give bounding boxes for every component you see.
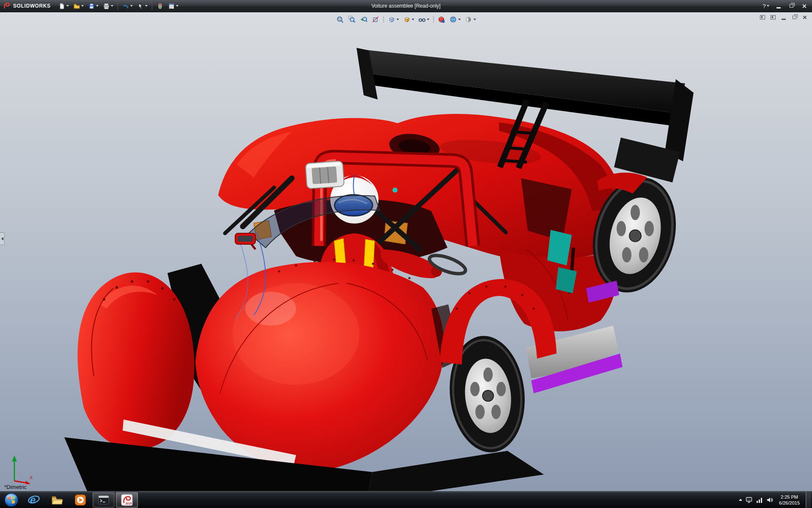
taskbar-clock[interactable]: 2:25 PM 6/26/2015 xyxy=(776,494,802,506)
close-icon xyxy=(803,15,807,19)
window-title: Voiture assemblee [Read-only] xyxy=(371,3,440,9)
brand-name: SOLIDWORKS xyxy=(13,3,51,9)
display-style-button[interactable] xyxy=(402,14,416,25)
close-icon xyxy=(802,4,807,8)
open-document-button[interactable] xyxy=(71,1,85,11)
print-button[interactable] xyxy=(101,1,115,11)
solidworks-logo-icon xyxy=(3,2,11,10)
y-axis-arrow xyxy=(12,456,17,461)
undo-icon xyxy=(122,3,129,10)
dropdown-caret xyxy=(66,5,69,7)
tray-expand-button[interactable] xyxy=(739,499,742,501)
network-icon xyxy=(756,497,763,503)
taskbar-solidworks[interactable]: 2015 xyxy=(116,492,138,508)
system-tray: 2:25 PM 6/26/2015 xyxy=(739,491,812,508)
graphics-area[interactable]: X *Dimetric xyxy=(0,12,812,491)
view-orientation-label: *Dimetric xyxy=(4,484,27,490)
dropdown-caret xyxy=(474,19,476,20)
file-properties-button[interactable] xyxy=(166,1,180,11)
select-button[interactable] xyxy=(135,1,149,11)
solidworks-window: SOLIDWORKS xyxy=(0,0,812,508)
new-document-button[interactable] xyxy=(57,1,71,11)
section-view-button[interactable] xyxy=(370,14,381,25)
pane-split-button[interactable] xyxy=(759,14,766,21)
window-controls: ? xyxy=(760,2,809,10)
tray-display-icon[interactable] xyxy=(746,497,753,503)
zoom-to-fit-button[interactable] xyxy=(335,14,346,25)
toolbar-separator xyxy=(433,16,434,23)
tray-volume-icon[interactable] xyxy=(766,497,773,503)
edit-appearance-icon xyxy=(438,16,446,23)
minimize-button[interactable] xyxy=(773,2,784,10)
print-icon xyxy=(103,3,110,10)
document-close-button[interactable] xyxy=(801,14,809,21)
view-settings-button[interactable] xyxy=(464,14,477,25)
command-prompt-icon xyxy=(98,494,110,506)
taskbar-media-player[interactable] xyxy=(69,492,91,508)
dropdown-caret xyxy=(412,19,414,20)
taskbar-internet-explorer[interactable]: e xyxy=(23,492,45,508)
view-orientation-button[interactable] xyxy=(387,14,401,25)
speaker-icon xyxy=(766,497,773,503)
document-minimize-button[interactable] xyxy=(780,14,787,21)
pane-expand-button[interactable] xyxy=(769,14,777,21)
save-icon xyxy=(88,3,95,10)
feature-pane-toggle[interactable] xyxy=(0,232,5,245)
dropdown-caret xyxy=(176,5,178,7)
minimize-icon xyxy=(782,19,786,20)
zoom-to-fit-icon xyxy=(336,16,344,23)
folder-icon xyxy=(51,494,63,506)
previous-view-icon xyxy=(360,16,368,23)
document-restore-button[interactable] xyxy=(790,14,798,21)
view-settings-icon xyxy=(465,16,473,23)
rebuild-button[interactable] xyxy=(155,1,165,11)
tray-network-icon[interactable] xyxy=(756,497,763,503)
start-button[interactable] xyxy=(0,491,23,508)
dropdown-caret xyxy=(111,5,113,7)
x-axis-label: X xyxy=(30,475,33,480)
view-orientation-icon xyxy=(388,16,396,23)
previous-view-button[interactable] xyxy=(359,14,369,25)
dropdown-caret xyxy=(767,5,769,7)
taskbar-apps: e xyxy=(23,491,138,508)
taskbar-windows-explorer[interactable] xyxy=(46,492,68,508)
save-button[interactable] xyxy=(86,1,100,11)
taskbar-command-prompt[interactable] xyxy=(93,492,115,508)
help-button[interactable]: ? xyxy=(760,2,771,10)
solidworks-version-badge: 2015 xyxy=(125,502,132,505)
new-document-icon xyxy=(58,3,66,10)
toolbar-separator xyxy=(118,2,118,10)
file-properties-icon xyxy=(168,3,175,10)
pane-split-icon xyxy=(760,15,765,19)
chevron-up-icon xyxy=(739,499,742,501)
zoom-to-area-button[interactable] xyxy=(347,14,357,25)
open-folder-icon xyxy=(73,3,80,10)
taskbar: e xyxy=(0,491,812,508)
apply-scene-button[interactable] xyxy=(448,14,462,25)
show-desktop-button[interactable] xyxy=(806,491,811,508)
media-player-icon xyxy=(74,494,86,506)
rebuild-icon xyxy=(156,3,164,10)
dropdown-caret xyxy=(96,5,99,7)
dropdown-caret xyxy=(81,5,84,7)
3d-scene[interactable] xyxy=(0,12,812,491)
main-toolbar xyxy=(57,1,180,11)
heads-up-view-toolbar xyxy=(332,14,480,25)
dropdown-caret xyxy=(130,5,133,7)
apply-scene-icon xyxy=(450,16,458,23)
tray-date: 6/26/2015 xyxy=(779,500,800,506)
undo-button[interactable] xyxy=(121,1,134,11)
intake-scoop xyxy=(305,161,344,189)
dropdown-caret xyxy=(458,19,461,20)
restore-button[interactable] xyxy=(786,2,797,10)
close-button[interactable] xyxy=(798,2,809,10)
restore-icon xyxy=(793,16,796,19)
hide-show-items-icon xyxy=(418,16,426,23)
pane-expand-icon xyxy=(771,15,776,19)
help-glyph: ? xyxy=(763,3,765,9)
hide-show-items-button[interactable] xyxy=(417,14,431,25)
dropdown-caret xyxy=(145,5,148,7)
edit-appearance-button[interactable] xyxy=(436,14,447,25)
select-cursor-icon xyxy=(137,3,144,10)
chevron-left-icon xyxy=(1,237,3,240)
